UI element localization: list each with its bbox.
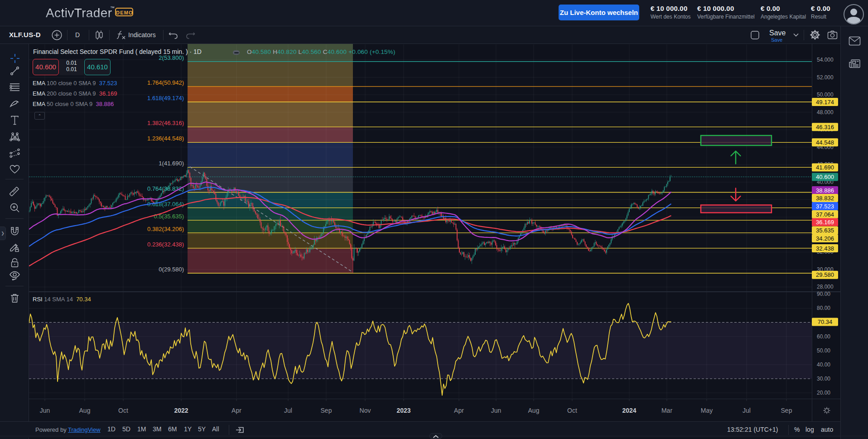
svg-text:0(29.580): 0(29.580) bbox=[159, 266, 184, 273]
svg-text:90.00: 90.00 bbox=[817, 291, 830, 297]
svg-text:44.548: 44.548 bbox=[816, 139, 834, 146]
svg-text:Oct: Oct bbox=[567, 407, 577, 414]
svg-text:Jul: Jul bbox=[743, 407, 751, 414]
svg-text:1.618(49.174): 1.618(49.174) bbox=[147, 95, 184, 101]
svg-text:2023: 2023 bbox=[396, 407, 410, 414]
svg-text:Jul: Jul bbox=[284, 407, 292, 414]
svg-text:30.00: 30.00 bbox=[817, 376, 830, 382]
svg-text:2024: 2024 bbox=[622, 407, 636, 414]
svg-text:Jun: Jun bbox=[491, 407, 502, 414]
svg-text:2(53.800): 2(53.800) bbox=[159, 54, 184, 61]
svg-text:0.764(38.832): 0.764(38.832) bbox=[147, 185, 184, 192]
svg-text:20.00: 20.00 bbox=[817, 390, 830, 396]
svg-text:36.169: 36.169 bbox=[816, 219, 834, 226]
svg-text:38.832: 38.832 bbox=[816, 195, 834, 202]
svg-text:48.000: 48.000 bbox=[817, 109, 834, 116]
svg-text:46.316: 46.316 bbox=[816, 124, 834, 130]
svg-text:1.764(50.942): 1.764(50.942) bbox=[147, 79, 184, 86]
svg-text:Aug: Aug bbox=[79, 407, 91, 414]
svg-text:29.580: 29.580 bbox=[816, 271, 834, 278]
svg-text:60.00: 60.00 bbox=[817, 333, 830, 340]
svg-text:Sep: Sep bbox=[781, 407, 792, 414]
svg-text:70.34: 70.34 bbox=[818, 318, 833, 325]
svg-text:0.236(32.438): 0.236(32.438) bbox=[147, 241, 184, 248]
svg-text:34.206: 34.206 bbox=[816, 235, 834, 242]
svg-text:Oct: Oct bbox=[118, 407, 128, 414]
svg-text:1(41.690): 1(41.690) bbox=[159, 160, 184, 167]
svg-text:52.000: 52.000 bbox=[817, 74, 834, 81]
svg-text:40.00: 40.00 bbox=[817, 362, 830, 368]
svg-text:2022: 2022 bbox=[174, 407, 188, 414]
svg-text:Aug: Aug bbox=[528, 407, 540, 414]
svg-text:50.00: 50.00 bbox=[817, 347, 830, 354]
svg-text:37.064: 37.064 bbox=[816, 211, 834, 218]
svg-text:0.382(34.206): 0.382(34.206) bbox=[147, 226, 184, 232]
svg-text:May: May bbox=[701, 407, 713, 414]
svg-text:1.236(44.548): 1.236(44.548) bbox=[147, 135, 184, 142]
svg-text:50.000: 50.000 bbox=[817, 92, 834, 98]
svg-text:Apr: Apr bbox=[454, 407, 464, 414]
svg-text:Mar: Mar bbox=[661, 407, 672, 414]
svg-text:28.000: 28.000 bbox=[817, 284, 834, 290]
svg-text:41.690: 41.690 bbox=[816, 164, 834, 171]
svg-text:Jun: Jun bbox=[40, 407, 50, 414]
svg-text:49.174: 49.174 bbox=[816, 99, 834, 106]
svg-text:80.00: 80.00 bbox=[817, 305, 830, 311]
svg-text:37.523: 37.523 bbox=[816, 203, 834, 210]
svg-text:54.000: 54.000 bbox=[817, 57, 834, 63]
svg-text:38.886: 38.886 bbox=[816, 187, 834, 194]
svg-text:Nov: Nov bbox=[360, 407, 371, 414]
svg-text:1.382(46.316): 1.382(46.316) bbox=[147, 120, 184, 126]
svg-text:32.438: 32.438 bbox=[816, 245, 834, 252]
svg-text:40.600: 40.600 bbox=[816, 174, 834, 180]
svg-text:35.635: 35.635 bbox=[816, 227, 834, 234]
svg-text:Apr: Apr bbox=[231, 407, 241, 414]
svg-text:Sep: Sep bbox=[321, 407, 332, 414]
